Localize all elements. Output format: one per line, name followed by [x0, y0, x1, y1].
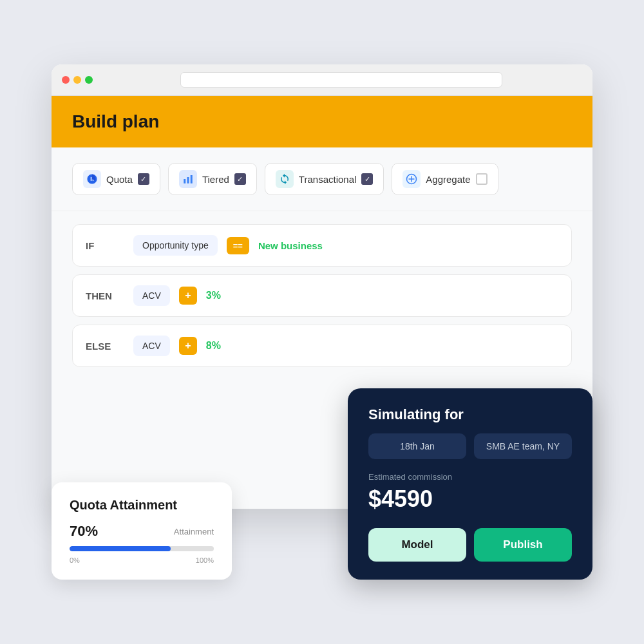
rule-then: THEN ACV + 3% — [72, 274, 572, 317]
simulation-params: 18th Jan SMB AE team, NY — [368, 433, 572, 459]
sim-actions: Model Publish — [368, 528, 572, 562]
simulation-card: Simulating for 18th Jan SMB AE team, NY … — [348, 388, 592, 580]
rule-if-field[interactable]: Opportunity type — [133, 235, 218, 256]
rule-if-value[interactable]: New business — [258, 240, 323, 251]
quota-icon — [83, 170, 101, 188]
rule-if-label: IF — [86, 240, 124, 251]
rule-then-plus[interactable]: + — [179, 287, 197, 305]
browser-dots — [62, 76, 93, 84]
progress-bar-fill — [70, 546, 171, 551]
sim-team-param[interactable]: SMB AE team, NY — [474, 433, 572, 459]
svg-rect-0 — [184, 179, 185, 184]
page-title: Build plan — [72, 111, 572, 132]
chip-tiered[interactable]: Tiered ✓ — [168, 163, 257, 195]
quota-attainment-card: Quota Attainment 70% Attainment 0% 100% — [52, 482, 232, 580]
simulation-title: Simulating for — [368, 406, 572, 423]
quota-attainment-label: Attainment — [174, 527, 214, 536]
chip-quota[interactable]: Quota ✓ — [72, 163, 160, 195]
estimated-commission-label: Estimated commission — [368, 472, 572, 482]
transactional-icon — [276, 170, 294, 188]
build-plan-header: Build plan — [52, 96, 592, 147]
dot-yellow[interactable] — [73, 76, 81, 84]
rule-else-plus[interactable]: + — [179, 337, 197, 355]
svg-rect-1 — [187, 177, 189, 184]
progress-min-label: 0% — [70, 556, 80, 564]
rule-else-value[interactable]: 8% — [206, 340, 221, 352]
plan-types-row: Quota ✓ Tiered ✓ Transactional — [52, 147, 592, 211]
rule-then-label: THEN — [86, 290, 124, 301]
quota-card-title: Quota Attainment — [70, 498, 214, 513]
rule-else-label: ELSE — [86, 341, 124, 352]
quota-stats: 70% Attainment — [70, 523, 214, 540]
rule-else: ELSE ACV + 8% — [72, 325, 572, 367]
quota-checkbox[interactable]: ✓ — [138, 173, 149, 185]
rule-if: IF Opportunity type == New business — [72, 224, 572, 267]
address-bar[interactable] — [180, 72, 502, 88]
aggregate-checkbox[interactable] — [476, 173, 488, 185]
sim-date-param[interactable]: 18th Jan — [368, 433, 466, 459]
estimated-commission-value: $4590 — [368, 486, 572, 513]
chip-transactional[interactable]: Transactional ✓ — [265, 163, 384, 195]
transactional-checkbox[interactable]: ✓ — [361, 173, 373, 185]
aggregate-label: Aggregate — [426, 174, 470, 185]
dot-green[interactable] — [85, 76, 93, 84]
dot-red[interactable] — [62, 76, 70, 84]
quota-percent-value: 70% — [70, 523, 98, 540]
rule-if-operator[interactable]: == — [227, 237, 249, 254]
tiered-label: Tiered — [202, 174, 229, 185]
tiered-icon — [179, 170, 197, 188]
aggregate-icon — [402, 170, 421, 188]
chip-aggregate[interactable]: Aggregate — [392, 163, 498, 195]
svg-rect-2 — [191, 175, 193, 184]
progress-max-label: 100% — [196, 556, 214, 564]
rule-then-value[interactable]: 3% — [206, 290, 221, 301]
tiered-checkbox[interactable]: ✓ — [234, 173, 246, 185]
publish-button[interactable]: Publish — [474, 528, 572, 562]
rule-else-field[interactable]: ACV — [133, 336, 170, 356]
quota-label: Quota — [106, 174, 133, 185]
rule-then-field[interactable]: ACV — [133, 285, 170, 306]
progress-bar-container — [70, 546, 214, 551]
rules-section: IF Opportunity type == New business THEN… — [52, 211, 592, 380]
progress-labels: 0% 100% — [70, 556, 214, 564]
model-button[interactable]: Model — [368, 528, 466, 562]
transactional-label: Transactional — [299, 174, 357, 185]
browser-chrome — [52, 64, 592, 96]
